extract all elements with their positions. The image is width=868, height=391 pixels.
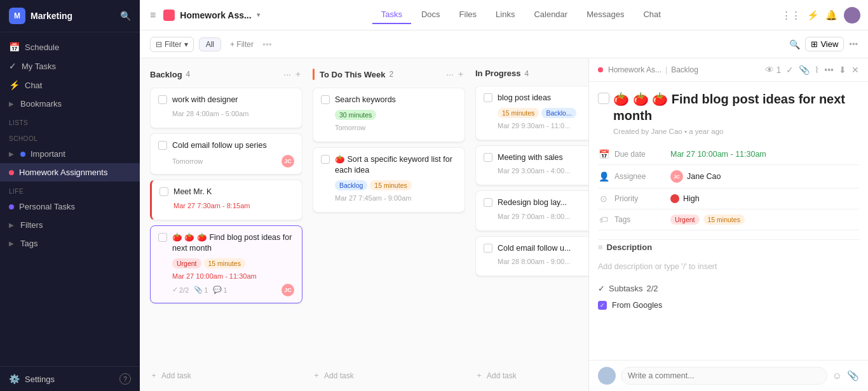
watch-icon[interactable]: 👁 1 [765,65,782,75]
priority-dot [670,194,679,203]
close-icon[interactable]: ✕ [851,65,859,75]
add-icon: ＋ [313,370,320,381]
sidebar-header: M Marketing 🔍 [0,0,140,32]
more-options-icon[interactable]: ••• [849,39,858,49]
topbar-right: ⋮⋮ ⚡ 🔔 [782,7,860,23]
card-header: 🍅 🍅 🍅 Find blog post ideas for next mont… [158,232,294,255]
card-find-blog[interactable]: 🍅 🍅 🍅 Find blog post ideas for next mont… [150,225,302,303]
card-cold-email-ip[interactable]: Cold email follow u... Mar 28 8:00am - 9… [475,236,588,277]
card-checkbox[interactable] [159,187,168,196]
card-meeting-sales[interactable]: Meeting with sales Mar 29 3:00am - 4:00.… [475,145,588,186]
card-work-designer[interactable]: work with designer Mar 28 4:00am - 5:00a… [150,88,302,128]
card-checkbox[interactable] [158,141,167,150]
card-checkbox[interactable] [484,93,492,102]
detail-checkbox[interactable] [598,93,609,104]
project-dropdown-icon[interactable]: ▾ [257,11,261,19]
tab-files[interactable]: Files [451,6,485,24]
column-todo-actions[interactable]: ··· ＋ [446,69,465,80]
card-checkbox[interactable] [484,153,492,162]
card-checkbox[interactable] [158,95,167,104]
important-arrow: ▶ [9,150,14,157]
attachment-icon[interactable]: 📎 [847,370,859,381]
topbar-left: ≡ Homework Ass... ▾ [147,7,261,23]
sidebar-item-personal[interactable]: Personal Tasks [0,197,140,216]
sidebar-item-schedule[interactable]: 📅 Schedule [0,37,140,56]
column-add-icon[interactable]: ＋ [456,69,465,80]
minimize-icon[interactable]: ⬇ [839,65,846,75]
sidebar-item-chat[interactable]: ⚡ Chat [0,76,140,95]
add-filter-button[interactable]: + Filter [226,38,257,51]
card-checkbox[interactable] [484,198,492,207]
column-inprogress-title: In Progress [475,69,521,78]
due-date-value[interactable]: Mar 27 10:00am - 11:30am [670,150,766,159]
tab-calendar[interactable]: Calendar [525,6,576,24]
subtask-checkbox[interactable]: ✓ [598,301,607,310]
sidebar-item-important[interactable]: ▶ Important [0,145,140,163]
sidebar-item-homework[interactable]: Homework Assignments [0,163,140,182]
sidebar-item-bookmarks[interactable]: ▶ Bookmarks [0,95,140,113]
card-checkbox[interactable] [321,155,330,164]
breadcrumb-project: Homework As... [608,65,661,74]
toolbar-dots[interactable]: ••• [262,39,272,50]
lightning-icon[interactable]: ⚡ [807,10,819,21]
help-button[interactable]: ? [119,373,131,385]
tab-chat[interactable]: Chat [634,6,669,24]
more-icon[interactable]: ••• [824,65,834,75]
toolbar-right: 🔍 ⊞ View ••• [789,37,858,51]
card-sort-keyword[interactable]: 🍅 Sort a specific keyword list for each … [313,147,465,213]
paperclip-icon[interactable]: 📎 [799,65,810,75]
card-meet-mrk[interactable]: Meet Mr. K Mar 27 7:30am - 8:15am [150,180,302,220]
tag-15min[interactable]: 15 minutes [703,215,745,225]
filter-button[interactable]: ⊟ Filter ▾ [150,37,194,52]
tag-urgent[interactable]: Urgent [670,215,700,225]
column-more-icon[interactable]: ··· [446,69,454,79]
add-task-todo[interactable]: ＋ Add task [313,368,465,383]
card-search-keywords[interactable]: Search keywords 30 minutes Tomorrow [313,88,465,142]
column-add-icon[interactable]: ＋ [294,69,302,80]
commenter-avatar [598,367,616,385]
grid-icon[interactable]: ⋮⋮ [782,10,801,21]
bell-icon[interactable]: 🔔 [825,10,837,21]
add-task-backlog[interactable]: ＋ Add task [150,368,302,383]
hamburger-menu[interactable]: ≡ [147,7,158,23]
my-tasks-icon: ✓ [9,61,17,71]
activity-icon[interactable]: ⌇ [815,65,819,75]
comment-input[interactable] [621,367,827,385]
lists-section-label: Lists [0,113,140,129]
card-blog-post-ideas[interactable]: blog post ideas 15 minutes Backlo... Mar… [475,86,588,140]
all-filter-tag[interactable]: All [199,37,221,51]
card-header: work with designer [158,95,294,106]
column-more-icon[interactable]: ··· [283,69,291,79]
card-checkbox[interactable] [158,233,167,242]
sidebar-item-tags[interactable]: ▶ Tags [0,234,140,253]
user-avatar[interactable] [844,7,860,23]
card-cold-email[interactable]: Cold email follow up series Tomorrow JC [150,133,302,175]
check-circle-icon[interactable]: ✓ [786,65,794,75]
column-todo-header: To Do This Week 2 ··· ＋ [313,66,465,83]
tab-links[interactable]: Links [487,6,524,24]
card-checkbox[interactable] [321,95,330,104]
column-backlog-actions[interactable]: ··· ＋ [283,69,302,80]
view-button[interactable]: ⊞ View [805,37,844,51]
tab-tasks[interactable]: Tasks [372,6,411,24]
emoji-icon[interactable]: ☺ [832,370,842,381]
settings-icon[interactable]: ⚙️ [9,374,20,384]
detail-fields: 📅 Due date Mar 27 10:00am - 11:30am 👤 As… [598,144,859,230]
description-placeholder[interactable]: Add description or type '/' to insert [598,257,859,276]
search-icon[interactable]: 🔍 [120,11,131,21]
workspace-logo[interactable]: M [9,8,25,24]
breadcrumb-column: Backlog [671,65,698,74]
tab-docs[interactable]: Docs [412,6,449,24]
tab-messages[interactable]: Messages [578,6,633,24]
column-backlog-body: work with designer Mar 28 4:00am - 5:00a… [150,88,302,362]
card-time: Tomorrow [172,157,203,165]
life-section-label: LIFE [0,182,140,197]
card-title: Redesign blog lay... [498,197,588,209]
subtasks-count: ✓ 2/2 [172,286,189,294]
search-icon[interactable]: 🔍 [789,39,800,50]
card-checkbox[interactable] [484,244,492,253]
sidebar-item-filters[interactable]: ▶ Filters [0,216,140,234]
sidebar-item-my-tasks[interactable]: ✓ My Tasks [0,56,140,76]
add-task-inprogress[interactable]: ＋ Add task [475,368,588,383]
card-redesign-blog[interactable]: Redesign blog lay... Mar 29 7:00am - 8:0… [475,190,588,231]
